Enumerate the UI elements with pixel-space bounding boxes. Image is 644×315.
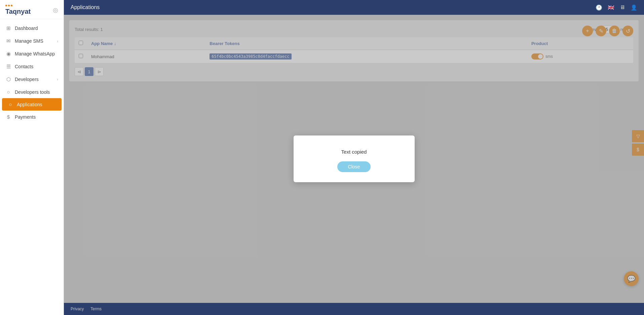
- modal-dialog: Text copied Close: [294, 135, 415, 182]
- screen-icon[interactable]: 🖥: [620, 4, 625, 10]
- sms-arrow-icon: ›: [57, 39, 58, 43]
- developers-icon: ⬡: [5, 76, 11, 82]
- sidebar-item-dashboard[interactable]: ⊞ Dashboard: [0, 22, 64, 35]
- sidebar-item-contacts[interactable]: ☰ Contacts: [0, 60, 64, 73]
- sidebar-label-developers: Developers: [15, 77, 39, 82]
- top-bar-icons: 🕐 🇬🇧 🖥 👤: [596, 4, 637, 11]
- dashboard-icon: ⊞: [5, 25, 11, 31]
- logo-text: Taqnyat: [5, 8, 31, 15]
- sidebar-nav: ⊞ Dashboard ✉ Manage SMS › ◉ Manage What…: [0, 19, 64, 315]
- user-icon[interactable]: 👤: [631, 4, 637, 11]
- sidebar-label-manage-whatsapp: Manage WhatsApp: [15, 51, 55, 56]
- main-content: Applications 🕐 🇬🇧 🖥 👤 + ✎ 🗑 ↺ Total resu…: [64, 0, 644, 315]
- sidebar-item-developers-tools[interactable]: ○ Developers tools: [0, 86, 64, 98]
- modal-close-button[interactable]: Close: [337, 161, 371, 172]
- sidebar-label-developers-tools: Developers tools: [15, 89, 50, 95]
- sidebar-label-contacts: Contacts: [15, 64, 33, 69]
- sms-icon: ✉: [5, 38, 11, 44]
- flag-icon[interactable]: 🇬🇧: [608, 4, 614, 11]
- clock-icon[interactable]: 🕐: [596, 4, 602, 11]
- developers-tools-icon: ○: [5, 89, 11, 95]
- sidebar-item-manage-whatsapp[interactable]: ◉ Manage WhatsApp: [0, 47, 64, 60]
- sidebar-toggle-icon[interactable]: ◎: [53, 7, 58, 13]
- sidebar-item-payments[interactable]: $ Payments: [0, 111, 64, 123]
- payments-icon: $: [5, 114, 11, 120]
- privacy-link[interactable]: Privacy: [71, 307, 84, 311]
- sidebar-label-dashboard: Dashboard: [15, 26, 38, 31]
- sidebar-item-manage-sms[interactable]: ✉ Manage SMS ›: [0, 35, 64, 47]
- logo: Taqnyat ◎: [0, 0, 64, 19]
- footer: Privacy Terms: [64, 303, 644, 315]
- whatsapp-icon: ◉: [5, 51, 11, 57]
- terms-link[interactable]: Terms: [90, 307, 102, 311]
- sidebar-label-payments: Payments: [15, 114, 36, 120]
- contacts-icon: ☰: [5, 64, 11, 70]
- sidebar-item-applications[interactable]: ○ Applications: [2, 98, 62, 111]
- logo-dots: Taqnyat: [5, 5, 31, 15]
- applications-icon: ○: [7, 102, 13, 107]
- modal-text: Text copied: [341, 149, 367, 155]
- sidebar-item-developers[interactable]: ⬡ Developers ›: [0, 73, 64, 86]
- page-title: Applications: [71, 4, 100, 10]
- sidebar-label-applications: Applications: [17, 102, 42, 107]
- content-area: + ✎ 🗑 ↺ Total results: 1 View 25 50 100 …: [64, 15, 644, 303]
- sidebar: Taqnyat ◎ ⊞ Dashboard ✉ Manage SMS › ◉ M…: [0, 0, 64, 315]
- developers-arrow-icon: ›: [57, 77, 58, 81]
- sidebar-label-manage-sms: Manage SMS: [15, 38, 43, 44]
- top-bar: Applications 🕐 🇬🇧 🖥 👤: [64, 0, 644, 15]
- modal-overlay: Text copied Close: [64, 15, 644, 303]
